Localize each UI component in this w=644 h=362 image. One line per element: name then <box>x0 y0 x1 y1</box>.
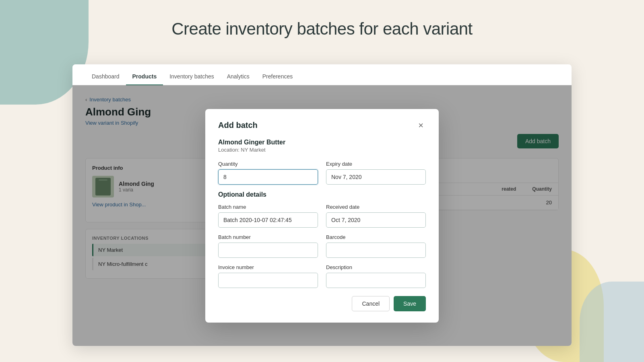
form-row-quantity-expiry: Quantity Expiry date <box>218 161 426 185</box>
page-title: Create inventory batches for each varian… <box>0 19 644 39</box>
quantity-input[interactable] <box>218 169 318 185</box>
nav-item-dashboard[interactable]: Dashboard <box>85 68 126 85</box>
modal-product-location: Location: NY Market <box>218 147 426 153</box>
form-row-invoice-desc: Invoice number Description <box>218 264 426 288</box>
form-row-batch-received: Batch name Received date <box>218 204 426 228</box>
save-button[interactable]: Save <box>394 296 426 311</box>
nav-bar: Dashboard Products Inventory batches Ana… <box>72 64 572 85</box>
nav-item-inventory-batches[interactable]: Inventory batches <box>163 68 221 85</box>
app-window: Dashboard Products Inventory batches Ana… <box>72 64 572 346</box>
batch-number-label: Batch number <box>218 234 318 240</box>
modal-footer: Cancel Save <box>218 296 426 311</box>
modal-header: Add batch × <box>218 120 426 131</box>
invoice-number-input[interactable] <box>218 273 318 288</box>
nav-item-products[interactable]: Products <box>126 68 163 85</box>
batch-number-input[interactable] <box>218 243 318 258</box>
expiry-date-input[interactable] <box>326 169 426 185</box>
cancel-button[interactable]: Cancel <box>352 296 390 311</box>
add-batch-modal: Add batch × Almond Ginger Butter Locatio… <box>205 109 439 323</box>
form-group-received-date: Received date <box>326 204 426 228</box>
form-row-batch-barcode: Batch number Barcode <box>218 234 426 258</box>
invoice-number-label: Invoice number <box>218 264 318 270</box>
quantity-label: Quantity <box>218 161 318 167</box>
form-group-barcode: Barcode <box>326 234 426 258</box>
form-group-invoice-number: Invoice number <box>218 264 318 288</box>
form-group-description: Description <box>326 264 426 288</box>
batch-name-label: Batch name <box>218 204 318 210</box>
modal-product-name: Almond Ginger Butter <box>218 139 426 146</box>
received-date-label: Received date <box>326 204 426 210</box>
nav-item-analytics[interactable]: Analytics <box>221 68 256 85</box>
form-group-quantity: Quantity <box>218 161 318 185</box>
modal-overlay: Add batch × Almond Ginger Butter Locatio… <box>72 85 572 346</box>
form-group-expiry: Expiry date <box>326 161 426 185</box>
description-input[interactable] <box>326 273 426 288</box>
form-group-batch-name: Batch name <box>218 204 318 228</box>
received-date-input[interactable] <box>326 212 426 228</box>
optional-section-title: Optional details <box>218 191 426 198</box>
barcode-input[interactable] <box>326 243 426 258</box>
barcode-label: Barcode <box>326 234 426 240</box>
content-area: ‹ Inventory batches Almond Ging View var… <box>72 85 572 346</box>
form-group-batch-number: Batch number <box>218 234 318 258</box>
expiry-date-label: Expiry date <box>326 161 426 167</box>
nav-item-preferences[interactable]: Preferences <box>256 68 299 85</box>
modal-title: Add batch <box>218 121 258 130</box>
close-modal-button[interactable]: × <box>416 120 426 131</box>
description-label: Description <box>326 264 426 270</box>
page-title-section: Create inventory batches for each varian… <box>0 0 644 51</box>
batch-name-input[interactable] <box>218 212 318 228</box>
blob-blue-decoration <box>580 282 644 362</box>
